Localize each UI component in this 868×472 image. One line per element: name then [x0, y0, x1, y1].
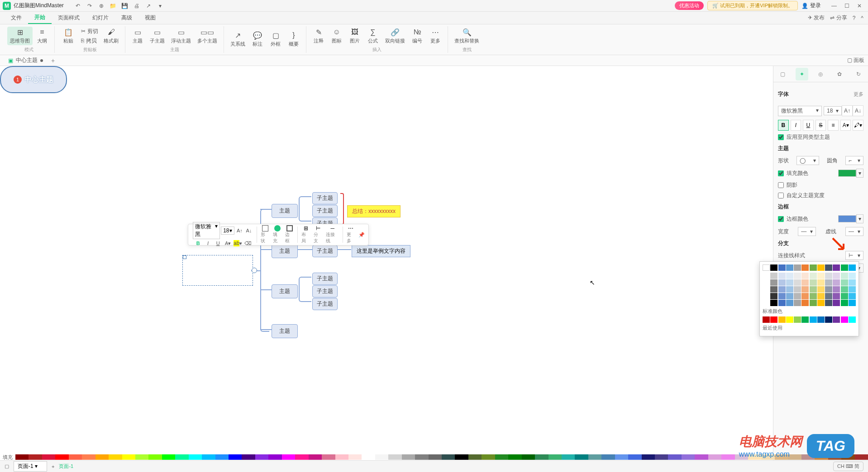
share-button[interactable]: ⇌ 分享: [830, 14, 847, 22]
color-cell[interactable]: [770, 300, 777, 306]
color-cell[interactable]: [794, 316, 801, 323]
open-button[interactable]: 📁: [108, 1, 118, 11]
color-cell[interactable]: [841, 286, 848, 293]
corner-select[interactable]: ⌐▾: [845, 156, 863, 165]
color-cell[interactable]: [810, 300, 817, 306]
qat-more[interactable]: ▾: [155, 1, 165, 11]
help-button[interactable]: ?: [853, 15, 856, 21]
color-cell[interactable]: [763, 273, 770, 279]
ft-size-select[interactable]: 18▾: [221, 227, 234, 235]
color-cell[interactable]: [849, 264, 856, 271]
color-cell[interactable]: [786, 286, 793, 293]
ft-bold[interactable]: B: [194, 239, 203, 247]
color-cell[interactable]: [786, 264, 793, 271]
color-cell[interactable]: [801, 279, 809, 286]
color-cell[interactable]: [778, 273, 786, 279]
font-size-select[interactable]: 18▾: [824, 106, 842, 115]
color-cell[interactable]: [841, 316, 848, 323]
align-button[interactable]: ≡: [828, 120, 839, 131]
color-cell[interactable]: [801, 273, 809, 279]
color-cell[interactable]: [841, 300, 848, 306]
color-cell[interactable]: [794, 264, 801, 271]
fill-color-dropdown[interactable]: ▾: [856, 169, 863, 178]
note-button[interactable]: ✎注释: [310, 27, 327, 45]
color-cell[interactable]: [817, 273, 825, 279]
color-cell[interactable]: [833, 279, 840, 286]
color-cell[interactable]: [794, 279, 801, 286]
color-cell[interactable]: [810, 286, 817, 293]
ft-font-color[interactable]: A▾: [224, 239, 233, 247]
center-topic-node[interactable]: 1 中心主题: [0, 66, 67, 93]
apply-same-type-checkbox[interactable]: 应用至同类型主题: [778, 133, 863, 141]
color-cell[interactable]: [770, 293, 777, 299]
topic-node-2[interactable]: 主题: [272, 244, 298, 258]
color-cell[interactable]: [849, 293, 856, 299]
color-cell[interactable]: [763, 279, 770, 286]
color-cell[interactable]: [786, 316, 793, 323]
ft-connector[interactable]: ─连接线: [324, 225, 341, 244]
border-width-select[interactable]: —▾: [798, 227, 816, 236]
color-cell[interactable]: [841, 293, 848, 299]
color-cell[interactable]: [833, 286, 840, 293]
page-select[interactable]: 页面-1 ▾: [14, 461, 47, 472]
maximize-button[interactable]: ☐: [841, 1, 853, 10]
color-cell[interactable]: [810, 293, 817, 299]
summary-node[interactable]: 总结：xxxxxxxxxx: [347, 205, 401, 217]
panel-tab-page[interactable]: ▢: [777, 68, 789, 80]
subtopic-node-6[interactable]: 子主题: [312, 285, 338, 297]
border-color-dropdown[interactable]: ▾: [856, 214, 863, 223]
panel-tab-style[interactable]: ✦: [796, 68, 808, 80]
ft-pin[interactable]: 📌: [357, 231, 366, 239]
color-cell[interactable]: [770, 264, 777, 271]
color-cell[interactable]: [770, 279, 777, 286]
color-cell[interactable]: [833, 316, 840, 323]
subtopic-node-7[interactable]: 子主题: [312, 298, 338, 310]
ime-indicator[interactable]: CH ⌨ 简: [833, 462, 863, 471]
italic-button[interactable]: I: [791, 120, 801, 131]
color-cell[interactable]: [833, 273, 840, 279]
topic-node-4[interactable]: 主题: [272, 324, 298, 338]
color-cell[interactable]: [849, 273, 856, 279]
color-cell[interactable]: [778, 279, 786, 286]
add-page-button[interactable]: +: [52, 464, 54, 469]
color-cell[interactable]: [810, 273, 817, 279]
color-cell[interactable]: [778, 316, 786, 323]
callout-node[interactable]: 这里是举例文字内容: [352, 245, 410, 257]
color-cell[interactable]: [817, 316, 825, 323]
color-cell[interactable]: [817, 293, 825, 299]
shadow-checkbox[interactable]: 阴影: [778, 181, 863, 189]
color-cell[interactable]: [770, 286, 777, 293]
color-cell[interactable]: [801, 316, 809, 323]
color-cell[interactable]: [801, 300, 809, 306]
panel-tab-clipart[interactable]: ✿: [833, 68, 846, 80]
export-button[interactable]: ↗: [143, 1, 153, 11]
color-cell[interactable]: [817, 286, 825, 293]
ft-branch[interactable]: ⊢分支: [312, 225, 324, 244]
underline-button[interactable]: U: [803, 120, 814, 131]
bold-button[interactable]: B: [778, 120, 789, 131]
subtopic-node-4[interactable]: 子主题: [312, 245, 338, 257]
custom-width-checkbox[interactable]: 自定义主题宽度: [778, 192, 863, 199]
numbering-button[interactable]: №编号: [409, 27, 426, 45]
color-cell[interactable]: [763, 316, 770, 323]
fill-color-swatch[interactable]: [838, 170, 856, 177]
format-painter-button[interactable]: 🖌格式刷: [101, 27, 121, 45]
shape-select[interactable]: ◯▾: [796, 156, 819, 165]
subtopic-node-1[interactable]: 子主题: [312, 192, 338, 204]
subtopic-button[interactable]: ▭子主题: [147, 27, 167, 45]
ft-border[interactable]: 边框: [283, 225, 296, 244]
color-cell[interactable]: [794, 273, 801, 279]
page-list-button[interactable]: ▢: [5, 463, 9, 469]
redo-button[interactable]: ↷: [85, 1, 95, 11]
color-cell[interactable]: [817, 279, 825, 286]
color-cell[interactable]: [810, 264, 817, 271]
color-cell[interactable]: [817, 300, 825, 306]
mindmap-mode-button[interactable]: ⊞思维导图: [7, 27, 33, 45]
document-tab[interactable]: ▣ 中心主题: [4, 56, 48, 65]
more-insert-button[interactable]: ⋯更多: [427, 27, 444, 45]
collapse-ribbon-button[interactable]: ^: [861, 15, 863, 21]
color-cell[interactable]: [786, 293, 793, 299]
color-cell[interactable]: [849, 286, 856, 293]
ft-clear-format[interactable]: ⌫: [243, 239, 253, 247]
boundary-button[interactable]: ▢外框: [267, 30, 284, 48]
